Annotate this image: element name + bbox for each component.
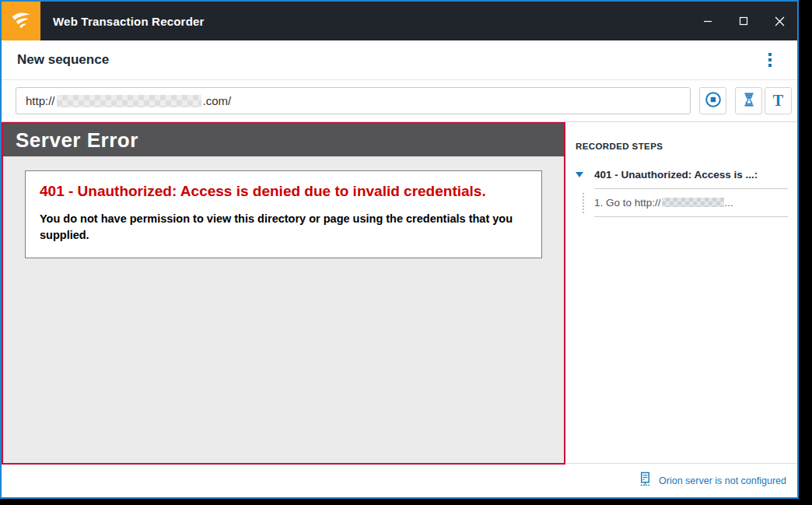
error-heading: 401 - Unauthorized: Access is denied due… [40, 181, 527, 202]
url-input[interactable]: http://.com/ [16, 87, 691, 114]
tree-node-label: 401 - Unauthorized: Access is ...: [594, 169, 788, 189]
close-icon [775, 16, 785, 26]
maximize-button[interactable] [726, 2, 761, 40]
timeout-hourglass-button[interactable] [735, 87, 762, 114]
redacted-step-url-segment [662, 198, 724, 207]
main-area: Server Error 401 - Unauthorized: Access … [2, 122, 797, 497]
minimize-icon [703, 16, 712, 26]
redacted-url-segment [57, 95, 201, 107]
solarwinds-logo-icon [9, 8, 33, 34]
error-body-text: You do not have permission to view this … [40, 211, 527, 245]
titlebar: Web Transaction Recorder [2, 2, 797, 40]
steps-tree: 401 - Unauthorized: Access is ...: 1. Go… [576, 169, 788, 217]
url-prefix-text: http:// [26, 94, 55, 107]
minimize-button[interactable] [690, 2, 726, 40]
url-toolbar: http://.com/ [2, 80, 797, 122]
step-item[interactable]: 1. Go to http://... [576, 189, 788, 217]
server-error-banner: Server Error [3, 124, 564, 156]
chevron-down-icon[interactable] [576, 169, 594, 177]
orion-server-icon [638, 472, 653, 490]
sequence-header: New sequence [2, 40, 797, 80]
status-bar: Orion server is not configured [565, 463, 797, 497]
recorded-steps-title: RECORDED STEPS [576, 142, 797, 151]
orion-status-message[interactable]: Orion server is not configured [659, 475, 786, 486]
window-title: Web Transaction Recorder [53, 15, 205, 28]
screenshot-stage: Web Transaction Recorder [0, 0, 812, 505]
stop-record-button[interactable] [699, 87, 726, 114]
sequence-title: New sequence [17, 52, 109, 68]
stop-record-icon [705, 91, 722, 110]
app-window: Web Transaction Recorder [0, 0, 799, 499]
step-label: 1. Go to http://... [594, 189, 788, 217]
url-suffix-text: .com/ [203, 94, 232, 107]
close-button[interactable] [761, 2, 797, 40]
window-controls [690, 2, 797, 40]
app-logo [2, 2, 40, 40]
text-tool-button[interactable]: T [765, 87, 792, 114]
step-label-prefix: 1. Go to http:// [594, 197, 661, 209]
step-rail-dotted-line [576, 189, 594, 217]
step-label-suffix: ... [725, 197, 733, 209]
error-message-box: 401 - Unauthorized: Access is denied due… [25, 170, 542, 258]
hourglass-icon [741, 92, 757, 110]
tree-node-header[interactable]: 401 - Unauthorized: Access is ...: [576, 169, 788, 189]
kebab-menu-icon[interactable] [765, 50, 775, 70]
maximize-icon [739, 16, 748, 26]
recorded-steps-sidebar: RECORDED STEPS 401 - Unauthorized: Acces… [565, 122, 797, 497]
browser-viewport[interactable]: Server Error 401 - Unauthorized: Access … [2, 122, 565, 465]
